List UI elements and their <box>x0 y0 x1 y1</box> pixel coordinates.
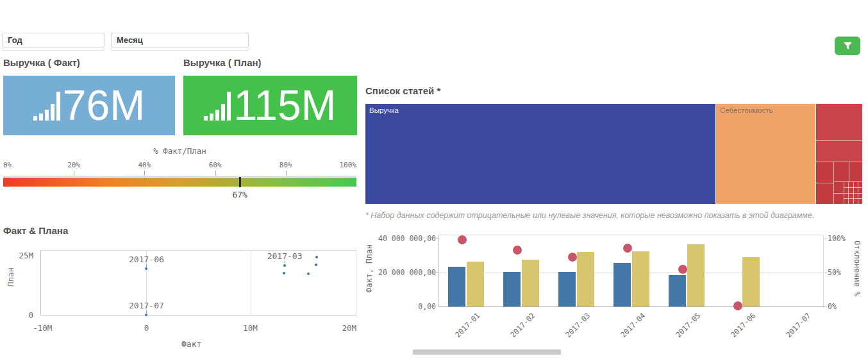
bar-plan[interactable] <box>577 252 594 306</box>
deviation-dot[interactable] <box>733 301 742 310</box>
treemap-tile[interactable] <box>854 182 858 187</box>
scatter-point-tick <box>285 261 285 264</box>
gauge-tick-mark <box>144 171 145 176</box>
treemap-title: Список статей * <box>365 85 440 96</box>
bar-plan[interactable] <box>687 244 705 306</box>
bar-fact[interactable] <box>613 263 631 306</box>
y-axis-tick-mark <box>436 239 438 239</box>
scatter-point-label: 2017-06 <box>117 255 175 264</box>
y-axis-tick-mark <box>824 306 827 307</box>
gauge-marker <box>239 177 241 187</box>
deviation-dot[interactable] <box>623 244 632 253</box>
x-axis-tick-label: 2017-06 <box>729 311 757 339</box>
x-axis-tick-label: 10M <box>243 323 258 333</box>
treemap-tile-group[interactable] <box>816 104 862 204</box>
treemap-tile[interactable] <box>849 199 853 204</box>
y-axis-tick-label: 50% <box>828 268 841 277</box>
x-axis-tick-label: -10M <box>33 323 52 333</box>
gauge-bar <box>3 178 356 187</box>
treemap-tile-revenue[interactable]: Выручка <box>365 104 715 204</box>
gauge-tick-label: 0% <box>3 161 12 169</box>
kpi-plan-value: 115M <box>233 85 336 126</box>
bar-plan[interactable] <box>632 251 649 306</box>
gauge-tick-mark <box>286 171 287 176</box>
combo-chart[interactable]: Факт, План Отклонение % 0,0020 000 000,0… <box>362 228 868 361</box>
treemap-tile[interactable] <box>854 194 858 199</box>
treemap-tile[interactable] <box>844 188 848 193</box>
gauge-value-label: 67% <box>224 190 256 199</box>
bar-fact[interactable] <box>503 272 521 306</box>
treemap-tile[interactable] <box>858 194 862 199</box>
scatter-chart[interactable]: Факт & Плана План Факт -10M010M20M25M020… <box>0 221 360 361</box>
treemap-tile[interactable] <box>854 199 858 204</box>
treemap-tile[interactable] <box>849 188 853 193</box>
bar-fact[interactable] <box>558 272 576 306</box>
treemap-tile[interactable] <box>844 194 848 199</box>
scatter-point-label: 2017-03 <box>256 251 313 261</box>
filter-month-label[interactable]: Месяц <box>111 33 249 47</box>
filter-button[interactable] <box>835 37 860 55</box>
treemap-tile[interactable] <box>849 194 853 199</box>
treemap-tile[interactable] <box>816 104 862 140</box>
bar-fact[interactable] <box>669 275 686 306</box>
treemap-tile[interactable] <box>816 183 833 204</box>
x-axis-tick-label: 2017-01 <box>453 311 481 339</box>
y-axis-tick-label: 0 <box>0 310 33 320</box>
y-axis-tick-label: 0% <box>828 302 837 311</box>
y-axis-tick-label: 20 000 000,00 <box>362 268 436 277</box>
filter-year-peek-row[interactable] <box>2 48 104 51</box>
treemap-chart[interactable]: Выручка Себестоимость <box>365 104 862 204</box>
scatter-point-label: 2017-07 <box>117 301 175 310</box>
gauge-tick-label: 20% <box>67 161 80 169</box>
treemap-tile[interactable] <box>834 194 844 205</box>
dashboard: Год Месяц Выручка ( Факт) Выручка ( План… <box>0 0 868 361</box>
filter-month-peek-row[interactable] <box>111 48 249 51</box>
treemap-tile[interactable] <box>849 182 853 187</box>
treemap-tile[interactable] <box>834 162 849 181</box>
scatter-x-axis-label: Факт <box>181 339 201 349</box>
x-axis-tick-label: 0 <box>144 323 149 333</box>
treemap-tile[interactable] <box>844 199 848 204</box>
bar-plan[interactable] <box>742 257 760 306</box>
combo-right-axis-label: Отклонение % <box>853 240 862 296</box>
filter-year-label[interactable]: Год <box>2 33 104 47</box>
combo-x-axis-line <box>438 306 824 307</box>
gauge-tick-mark <box>215 171 216 176</box>
deviation-dot[interactable] <box>678 265 687 274</box>
bar-plan[interactable] <box>522 260 539 306</box>
y-axis-tick-mark <box>824 273 827 273</box>
deviation-dot[interactable] <box>513 246 522 255</box>
treemap-mosaic[interactable] <box>844 182 862 204</box>
treemap-tile[interactable] <box>858 188 862 193</box>
deviation-dot[interactable] <box>458 235 467 244</box>
treemap-tile[interactable] <box>816 162 833 183</box>
x-axis-tick-label: 2017-02 <box>508 311 537 339</box>
x-axis-tick-label: 2017-03 <box>563 311 592 339</box>
scatter-point[interactable] <box>145 314 147 316</box>
treemap-tile[interactable] <box>834 182 844 193</box>
treemap-tile[interactable] <box>849 162 862 181</box>
treemap-tile[interactable] <box>816 141 862 162</box>
bar-fact[interactable] <box>448 267 465 306</box>
scatter-gridline <box>251 250 251 315</box>
gauge-tick-label: 40% <box>138 161 151 169</box>
bar-plan[interactable] <box>467 262 484 306</box>
y-axis-tick-mark <box>436 273 438 273</box>
y-axis-tick-label: 0,00 <box>362 302 436 311</box>
treemap-tile[interactable] <box>854 188 858 193</box>
h-scrollbar[interactable] <box>413 349 561 355</box>
kpi-fact-card: 76M <box>3 76 175 135</box>
treemap-footnote: * Набор данных содержит отрицательные ил… <box>365 211 814 220</box>
treemap-tile-cost[interactable]: Себестоимость <box>716 104 815 204</box>
deviation-dot[interactable] <box>568 253 577 262</box>
scatter-point[interactable] <box>315 264 317 266</box>
filter-year-listbox[interactable]: Год <box>2 33 104 51</box>
filter-month-listbox[interactable]: Месяц <box>111 33 249 51</box>
treemap-tile[interactable] <box>858 199 862 204</box>
x-axis-tick-label: 2017-05 <box>674 311 702 339</box>
treemap-tile[interactable] <box>844 182 848 187</box>
x-axis-tick-label: 20M <box>317 323 356 333</box>
y-axis-tick-label: 40 000 000,00 <box>362 234 436 243</box>
treemap-tile[interactable] <box>858 182 862 187</box>
scatter-point[interactable] <box>283 272 285 274</box>
